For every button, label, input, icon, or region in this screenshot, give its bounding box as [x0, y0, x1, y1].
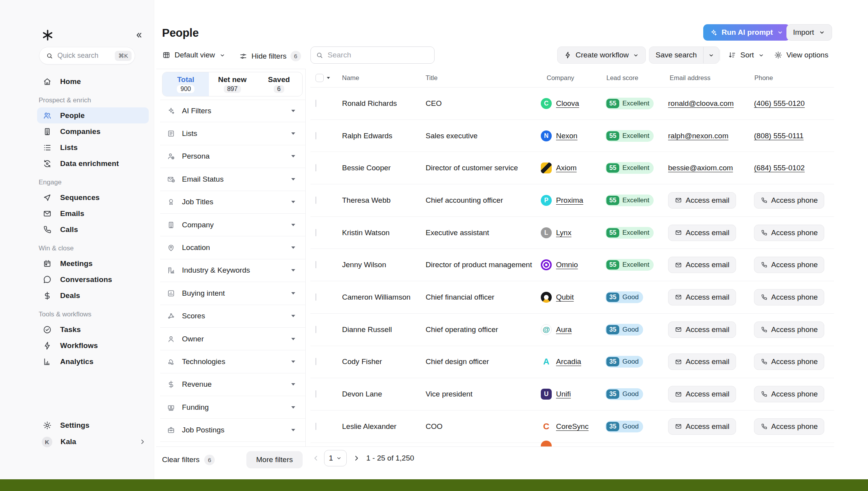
company-link[interactable]: Arcadia [556, 357, 581, 366]
company-link[interactable]: Omnio [556, 261, 578, 269]
filter-job-titles[interactable]: Job Titles [160, 191, 305, 214]
page-select[interactable]: 1 [324, 450, 347, 466]
phone-link[interactable]: (808) 555-0111 [754, 132, 804, 140]
sidebar-item-companies[interactable]: Companies [37, 123, 149, 139]
access-phone-button[interactable]: Access phone [754, 321, 824, 338]
tab-net-new[interactable]: Net new897 [209, 72, 255, 96]
filter-email-status[interactable]: Email Status [160, 168, 305, 191]
filter-company[interactable]: Company [160, 214, 305, 236]
access-phone-button[interactable]: Access phone [754, 225, 824, 241]
row-checkbox[interactable] [315, 100, 316, 107]
save-search-button[interactable]: Save search [649, 47, 703, 63]
default-view-switcher[interactable]: Default view [162, 51, 226, 59]
save-search-menu-button[interactable] [703, 47, 719, 63]
company-link[interactable]: Proxima [556, 196, 583, 205]
next-page-icon[interactable] [352, 454, 361, 462]
company-link[interactable]: CoreSync [556, 422, 588, 431]
company-link[interactable]: Qubit [556, 293, 574, 302]
view-options-button[interactable]: View options [774, 51, 828, 59]
company-link[interactable]: Lynx [556, 229, 571, 237]
column-header-title[interactable]: Title [426, 74, 541, 82]
row-checkbox[interactable] [315, 132, 316, 139]
filter-buying-intent[interactable]: Buying intent [160, 282, 305, 305]
access-email-button[interactable]: Access email [668, 321, 736, 338]
access-email-button[interactable]: Access email [668, 257, 736, 273]
create-workflow-button[interactable]: Create workflow [557, 46, 646, 64]
filter-job-postings[interactable]: Job Postings [160, 419, 305, 441]
filter-revenue[interactable]: Revenue [160, 373, 305, 396]
column-header-phone[interactable]: Phone [750, 74, 834, 82]
access-phone-button[interactable]: Access phone [754, 418, 824, 435]
access-email-button[interactable]: Access email [668, 386, 736, 402]
search-input[interactable] [328, 51, 430, 59]
filter-ai-filters[interactable]: AI Filters [160, 100, 305, 122]
collapse-sidebar-icon[interactable] [134, 30, 144, 40]
filter-scores[interactable]: Scores [160, 305, 305, 328]
sidebar-item-calls[interactable]: Calls [37, 221, 149, 237]
sidebar-item-analytics[interactable]: Analytics [37, 354, 149, 370]
column-header-name[interactable]: Name [342, 74, 426, 82]
sidebar-item-data-enrichment[interactable]: Data enrichment [37, 155, 149, 171]
prev-page-icon[interactable] [312, 454, 320, 462]
sidebar-item-deals[interactable]: Deals [37, 287, 149, 304]
sort-button[interactable]: Sort [728, 51, 765, 59]
access-phone-button[interactable]: Access phone [754, 386, 824, 402]
sidebar-item-home[interactable]: Home [37, 73, 149, 89]
row-checkbox[interactable] [315, 390, 316, 398]
filter-funding[interactable]: Funding [160, 396, 305, 419]
select-all-checkbox[interactable] [315, 74, 324, 82]
access-email-button[interactable]: Access email [668, 354, 736, 370]
phone-link[interactable]: (406) 555-0120 [754, 99, 805, 107]
row-checkbox[interactable] [315, 196, 316, 204]
column-header-company[interactable]: Company [541, 74, 603, 82]
filter-persona[interactable]: Persona [160, 145, 305, 168]
row-checkbox[interactable] [315, 423, 316, 430]
email-link[interactable]: ralph@nexon.com [668, 132, 728, 140]
filter-industry-keywords[interactable]: Industry & Keywords [160, 259, 305, 282]
company-link[interactable]: Cloova [556, 99, 579, 108]
row-checkbox[interactable] [315, 326, 316, 333]
company-link[interactable]: Aura [556, 325, 572, 334]
row-checkbox[interactable] [315, 229, 316, 236]
row-checkbox[interactable] [315, 261, 316, 268]
sidebar-item-settings[interactable]: Settings [37, 417, 149, 434]
column-header-lead-score[interactable]: Lead score [603, 74, 664, 82]
quick-search-input[interactable]: Quick search ⌘K [39, 47, 135, 64]
sidebar-item-sequences[interactable]: Sequences [37, 189, 149, 205]
sidebar-item-emails[interactable]: Emails [37, 205, 149, 221]
sidebar-item-tasks[interactable]: Tasks [37, 321, 149, 337]
clear-filters-button[interactable]: Clear filters 6 [162, 455, 215, 465]
column-header-email-address[interactable]: Email address [664, 74, 750, 82]
more-filters-button[interactable]: More filters [246, 451, 303, 468]
row-checkbox[interactable] [315, 164, 316, 171]
email-link[interactable]: bessie@axiom.com [668, 164, 733, 172]
sidebar-item-lists[interactable]: Lists [37, 139, 149, 155]
access-email-button[interactable]: Access email [668, 192, 736, 209]
filter-lists[interactable]: Lists [160, 122, 305, 145]
email-link[interactable]: ronald@cloova.com [668, 99, 734, 107]
tab-total[interactable]: Total900 [162, 72, 209, 96]
access-phone-button[interactable]: Access phone [754, 289, 824, 305]
hide-filters-button[interactable]: Hide filters 6 [239, 51, 301, 61]
access-email-button[interactable]: Access email [668, 225, 736, 241]
row-checkbox[interactable] [315, 358, 316, 365]
access-email-button[interactable]: Access email [668, 289, 736, 305]
filter-owner[interactable]: Owner [160, 328, 305, 350]
sidebar-item-meetings[interactable]: Meetings [37, 255, 149, 271]
company-link[interactable]: Unifi [556, 390, 571, 398]
sidebar-item-user[interactable]: K Kala [37, 434, 149, 450]
phone-link[interactable]: (684) 555-0102 [754, 164, 805, 172]
filter-location[interactable]: Location [160, 236, 305, 259]
run-ai-prompt-button[interactable]: Run AI prompt [703, 24, 790, 41]
company-link[interactable]: Nexon [556, 132, 577, 140]
import-button[interactable]: Import [786, 24, 832, 41]
filter-technologies[interactable]: Technologies [160, 350, 305, 373]
sidebar-item-people[interactable]: People [37, 107, 149, 123]
access-phone-button[interactable]: Access phone [754, 354, 824, 370]
row-checkbox[interactable] [315, 293, 316, 301]
tab-saved[interactable]: Saved6 [256, 72, 302, 96]
access-phone-button[interactable]: Access phone [754, 192, 824, 209]
access-email-button[interactable]: Access email [668, 418, 736, 435]
access-phone-button[interactable]: Access phone [754, 257, 824, 273]
select-menu-icon[interactable] [327, 77, 330, 79]
